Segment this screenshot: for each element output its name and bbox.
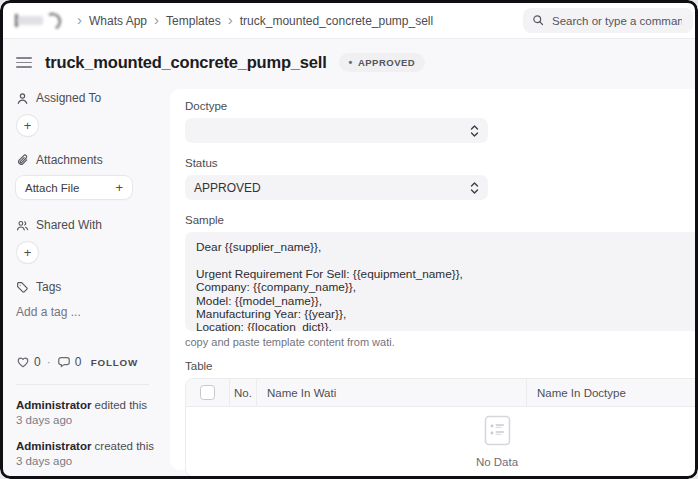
tags-section: Tags	[16, 280, 164, 294]
activity-time: 3 days ago	[16, 413, 164, 428]
attachments-section: Attachments	[16, 153, 164, 167]
page-title: truck_mounted_concrete_pump_sell	[45, 53, 327, 72]
breadcrumb-current[interactable]: truck_mounted_concrete_pump_sell	[240, 14, 433, 28]
search-input[interactable]	[550, 14, 684, 28]
logo-swirl	[42, 10, 63, 31]
chevron-right-icon: ›	[154, 12, 159, 27]
chevron-right-icon: ›	[77, 12, 82, 27]
status-badge: • APPROVED	[339, 53, 426, 72]
sample-field-label: Sample	[185, 213, 698, 227]
no-data-text: No Data	[476, 456, 518, 468]
app-window: › Whats App › Templates › truck_mounted_…	[0, 0, 698, 479]
no-data-icon	[484, 415, 511, 450]
sidebar-divider	[16, 384, 149, 385]
shared-with-label: Shared With	[36, 218, 102, 232]
dot-separator: ·	[47, 355, 51, 369]
plus-icon: +	[115, 180, 123, 195]
chevron-right-icon: ›	[228, 12, 233, 27]
breadcrumb: › Whats App › Templates › truck_mounted_…	[77, 14, 433, 28]
chevron-up-down-icon	[470, 181, 479, 195]
header-checkbox-cell	[186, 379, 230, 406]
heart-icon[interactable]	[16, 355, 30, 369]
tags-label: Tags	[36, 280, 61, 294]
document-sidebar: Assigned To + Attachments Attach File + …	[16, 91, 164, 479]
paperclip-icon	[16, 154, 29, 167]
people-icon	[16, 219, 29, 232]
activity-action: created this	[95, 440, 154, 452]
person-icon	[16, 92, 29, 105]
attachments-label: Attachments	[36, 153, 103, 167]
doctype-field-label: Doctype	[185, 99, 698, 113]
assigned-to-label: Assigned To	[36, 91, 101, 105]
top-navbar: › Whats App › Templates › truck_mounted_…	[3, 3, 695, 39]
activity-edited: Administrator edited this 3 days ago	[16, 398, 164, 428]
tag-icon	[16, 281, 29, 294]
comment-icon[interactable]	[57, 355, 71, 369]
column-header-name-in-doctype: Name In Doctype	[527, 379, 698, 406]
chevron-up-down-icon	[470, 124, 479, 138]
menu-icon[interactable]	[16, 55, 32, 70]
form-card: Doctype Status APPROVED Sample Dear {{su…	[170, 89, 698, 470]
status-dot-icon: •	[349, 57, 353, 68]
column-header-name-in-wati: Name In Wati	[257, 379, 527, 406]
status-field-label: Status	[185, 156, 698, 170]
sample-help-text: copy and paste template content from wat…	[185, 336, 698, 348]
global-search[interactable]	[523, 8, 693, 33]
child-table: No. Name In Wati Name In Doctype	[185, 378, 698, 477]
activity-action: edited this	[95, 399, 147, 411]
shared-with-section: Shared With	[16, 218, 164, 232]
page-header: truck_mounted_concrete_pump_sell • APPRO…	[16, 53, 425, 72]
activity-user: Administrator	[16, 399, 91, 411]
column-header-no: No.	[230, 379, 257, 406]
activity-user: Administrator	[16, 440, 91, 452]
logo-wordmark	[17, 16, 43, 25]
activity-created: Administrator created this 3 days ago	[16, 439, 164, 469]
add-assignment-button[interactable]: +	[17, 115, 38, 136]
follow-button[interactable]: FOLLOW	[91, 357, 138, 368]
attach-file-label: Attach File	[25, 182, 79, 194]
breadcrumb-whats-app[interactable]: Whats App	[89, 14, 147, 28]
select-all-checkbox[interactable]	[200, 385, 215, 400]
app-logo[interactable]	[15, 10, 65, 32]
sample-textarea[interactable]: Dear {{supplier_name}}, Urgent Requireme…	[185, 232, 698, 331]
child-table-header: No. Name In Wati Name In Doctype	[186, 379, 698, 407]
attach-file-button[interactable]: Attach File +	[16, 176, 132, 199]
assigned-to-section: Assigned To	[16, 91, 164, 105]
table-field-label: Table	[185, 360, 698, 372]
search-icon	[532, 12, 544, 30]
add-tag-field[interactable]: Add a tag ...	[16, 305, 164, 319]
status-select-value: APPROVED	[194, 181, 470, 195]
doctype-select[interactable]	[185, 118, 488, 143]
comment-count: 0	[75, 355, 82, 369]
add-share-button[interactable]: +	[17, 242, 38, 263]
like-count: 0	[34, 355, 41, 369]
engagement-row: 0 · 0 FOLLOW	[16, 355, 138, 369]
status-badge-label: APPROVED	[358, 57, 415, 68]
status-select[interactable]: APPROVED	[185, 175, 488, 200]
activity-time: 3 days ago	[16, 454, 164, 469]
child-table-empty-state: No Data	[186, 407, 698, 476]
breadcrumb-templates[interactable]: Templates	[166, 14, 221, 28]
